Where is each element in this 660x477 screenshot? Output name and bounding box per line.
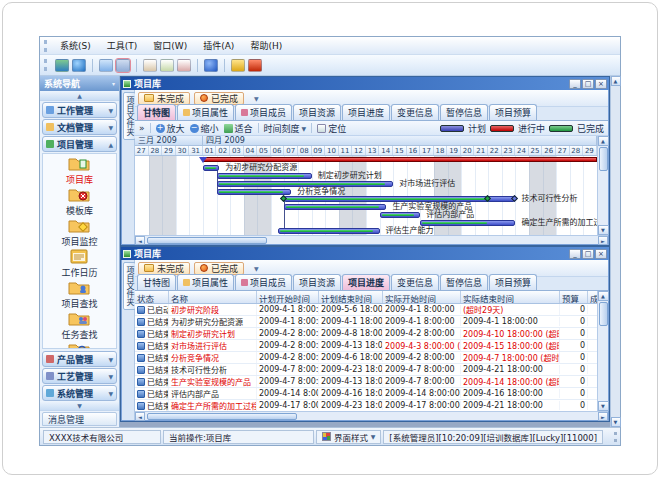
sidebar-section-工艺管理[interactable]: 工艺管理▼ — [42, 368, 117, 384]
sidebar-collapse-strip[interactable]: ▲ — [40, 91, 119, 101]
sidebar-overflow-strip[interactable]: ▼ — [40, 401, 119, 411]
delete-doc-icon[interactable] — [177, 59, 191, 72]
tab-项目属性[interactable]: 项目属性 — [177, 104, 234, 120]
help-icon[interactable] — [204, 59, 218, 72]
sidebar-item-模板库[interactable]: 模板库 — [66, 187, 93, 216]
sidebar-item-项目文档查找[interactable]: 项目文档查找 — [52, 342, 106, 349]
tab-暂停信息[interactable]: 暂停信息 — [440, 274, 488, 290]
tab-项目属性[interactable]: 项目属性 — [177, 274, 234, 290]
gantt-vertical-scrollbar[interactable]: ▲ ▼ — [597, 136, 608, 235]
overflow-chevron[interactable]: » — [139, 123, 145, 133]
menu-item[interactable]: 工具(T) — [99, 37, 146, 54]
tab-暂停信息[interactable]: 暂停信息 — [440, 104, 488, 120]
sidebar-item-项目库[interactable]: 项目库 — [66, 156, 93, 185]
scroll-left-icon[interactable]: ◄ — [135, 236, 145, 245]
resize-grip[interactable] — [607, 432, 617, 442]
chevron-down-icon[interactable]: ▼ — [108, 124, 113, 131]
zoom-out-button[interactable]: −缩小 — [190, 122, 219, 135]
gantt-bar[interactable] — [284, 204, 386, 210]
mail-doc-icon[interactable] — [143, 59, 157, 72]
window-titlebar[interactable]: 项目库 _ □ × — [121, 77, 609, 90]
scrollbar-thumb[interactable] — [147, 413, 297, 420]
scrollbar-thumb[interactable] — [599, 302, 608, 326]
chevron-down-icon[interactable]: ▼ — [108, 356, 113, 363]
scroll-down-icon[interactable]: ▼ — [611, 417, 621, 427]
table-row[interactable]: 已结束评估内部产品2009-4-14 8:00:002009-4-16 18:0… — [135, 388, 597, 400]
scroll-up-icon[interactable]: ▲ — [611, 76, 621, 86]
workspace-scrollbar[interactable]: ▲ ▼ — [610, 76, 620, 427]
scroll-up-icon[interactable]: ▲ — [598, 291, 609, 301]
sidebar-section-产品管理[interactable]: 产品管理▼ — [42, 351, 117, 367]
tab-变更信息[interactable]: 变更信息 — [391, 104, 439, 120]
locate-button[interactable]: 定位 — [317, 122, 346, 135]
filter-complete-button[interactable]: 已完成 — [194, 262, 244, 275]
chevron-up-icon[interactable]: ▲ — [108, 141, 113, 148]
tab-项目成员[interactable]: 项目成员 — [235, 274, 292, 290]
ui-style-dropdown[interactable]: 界面样式 ▼ — [316, 430, 381, 444]
menu-item[interactable]: 窗口(W) — [145, 37, 195, 54]
toolbar-overflow-icon[interactable]: ▼ — [254, 95, 259, 102]
sidebar-section-系统管理[interactable]: 系统管理▼ — [42, 385, 117, 401]
window-titlebar[interactable]: 项目库 _ □ × — [121, 247, 609, 260]
scroll-left-icon[interactable]: ◄ — [135, 412, 145, 421]
sidebar-section-项目管理[interactable]: 项目管理▲ — [42, 136, 117, 152]
sidebar-pin-icon[interactable]: ▾ — [112, 80, 115, 87]
scroll-right-icon[interactable]: ► — [598, 412, 608, 421]
column-header-预算[interactable]: 预算 — [560, 291, 588, 303]
sidebar-item-任务查找[interactable]: 任务查找 — [61, 311, 97, 340]
gantt-grid[interactable]: 为初步研究分配资源制定初步研究计划对市场进行评估分析竞争情况技术可行性分析生产实… — [135, 156, 597, 235]
table-row[interactable]: 已结束技术可行性分析2009-4-7 8:00:002009-4-23 18:0… — [135, 364, 597, 376]
gantt-horizontal-scrollbar[interactable]: ◄ ► — [135, 235, 608, 244]
table-row[interactable]: 已启动初步研究阶段2009-4-1 8:00:002009-5-6 18:00:… — [135, 304, 597, 316]
close-button[interactable]: × — [595, 249, 607, 259]
tab-项目资源[interactable]: 项目资源 — [293, 274, 341, 290]
tab-项目成员[interactable]: 项目成员 — [235, 104, 292, 120]
tab-项目预算[interactable]: 项目预算 — [489, 104, 537, 120]
menu-item[interactable]: 系统(S) — [52, 37, 99, 54]
menu-item[interactable]: 插件(A) — [195, 37, 242, 54]
fit-button[interactable]: 适合 — [224, 122, 253, 135]
column-header-状态[interactable]: 状态 — [135, 291, 169, 303]
filter-complete-button[interactable]: 已完成 — [194, 92, 244, 105]
computer-icon[interactable] — [55, 59, 69, 72]
table-row[interactable]: 已结束确定生产所需的加工过程2009-4-17 8:00:002009-4-23… — [135, 400, 597, 411]
gantt-bar[interactable] — [217, 189, 292, 195]
maximize-button[interactable]: □ — [582, 249, 594, 259]
save-icon[interactable] — [116, 59, 130, 72]
sidebar-section-文档管理[interactable]: 文档管理▼ — [42, 119, 117, 135]
column-header-实际开始时间[interactable]: 实际开始时间 — [383, 291, 461, 303]
scroll-down-icon[interactable]: ▼ — [598, 225, 609, 235]
column-header-计划开始时间[interactable]: 计划开始时间 — [257, 291, 319, 303]
tab-项目预算[interactable]: 项目预算 — [489, 274, 537, 290]
close-button[interactable]: × — [595, 79, 607, 89]
table-row[interactable]: 已结束分析竞争情况2009-4-2 8:00:002009-4-6 18:00:… — [135, 352, 597, 364]
column-header-名称[interactable]: 名称 — [169, 291, 257, 303]
globe-icon[interactable] — [72, 59, 86, 72]
folder-icon[interactable] — [99, 59, 113, 72]
table-row[interactable]: 已结束对市场进行评估2009-4-2 8:00:002009-4-13 18:0… — [135, 340, 597, 352]
minimize-button[interactable]: _ — [569, 79, 581, 89]
tab-甘特图[interactable]: 甘特图 — [137, 274, 176, 290]
tab-甘特图[interactable]: 甘特图 — [137, 104, 176, 120]
table-row[interactable]: 已结束为初步研究分配资源2009-4-1 8:00:002009-4-1 18:… — [135, 316, 597, 328]
scroll-down-icon[interactable]: ▼ — [598, 401, 609, 411]
refresh-doc-icon[interactable] — [160, 59, 174, 72]
scroll-up-icon[interactable]: ▲ — [598, 136, 609, 146]
column-header-成[interactable]: 成 — [588, 291, 597, 303]
scrollbar-thumb[interactable] — [599, 147, 608, 171]
gantt-bar[interactable] — [278, 228, 380, 234]
exit-icon[interactable] — [248, 59, 262, 72]
sidebar-item-项目查找[interactable]: 项目查找 — [61, 280, 97, 309]
filter-incomplete-button[interactable]: 未完成 — [138, 262, 190, 275]
table-horizontal-scrollbar[interactable]: ◄ ► — [135, 411, 608, 420]
toolbar-overflow-icon[interactable]: ▼ — [254, 265, 259, 272]
minimize-button[interactable]: _ — [569, 249, 581, 259]
scrollbar-thumb[interactable] — [147, 237, 267, 244]
gantt-bar[interactable] — [217, 181, 394, 187]
gantt-bar[interactable] — [380, 212, 421, 218]
table-row[interactable]: 已结束生产实验室规模的产品2009-4-7 8:00:002009-4-13 1… — [135, 376, 597, 388]
table-vertical-scrollbar[interactable]: ▲ ▼ — [597, 291, 608, 411]
sidebar-section-工作管理[interactable]: 工作管理▼ — [42, 102, 117, 118]
tab-项目进度[interactable]: 项目进度 — [342, 104, 390, 120]
tab-变更信息[interactable]: 变更信息 — [391, 274, 439, 290]
